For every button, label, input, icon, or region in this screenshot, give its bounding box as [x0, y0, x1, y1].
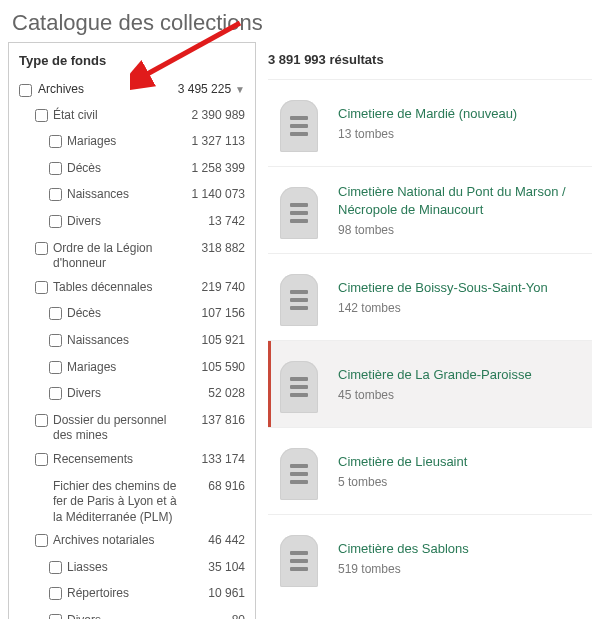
checkbox-archives[interactable] — [19, 84, 32, 97]
filter-row[interactable]: Liasses35 104 — [19, 556, 245, 583]
filter-count: 219 740 — [185, 280, 245, 296]
result-title[interactable]: Cimetière de Lieusaint — [338, 453, 584, 471]
filter-checkbox[interactable] — [49, 361, 62, 374]
filter-label: Fichier des chemins de fer de Paris à Ly… — [53, 479, 185, 526]
filter-count: 52 028 — [185, 386, 245, 402]
result-text: Cimetiere de Mardié (nouveau)13 tombes — [338, 105, 584, 141]
result-row[interactable]: Cimetière de Lieusaint5 tombes — [268, 427, 592, 514]
sidebar-title: Type de fonds — [19, 53, 245, 68]
filter-row[interactable]: Fichier des chemins de fer de Paris à Ly… — [19, 475, 245, 530]
filter-label: Divers — [67, 613, 185, 619]
filter-count: 105 590 — [185, 360, 245, 376]
result-subtitle: 45 tombes — [338, 388, 584, 402]
result-subtitle: 519 tombes — [338, 562, 584, 576]
main-layout: Type de fonds Archives 3 495 225 ▼ État … — [0, 42, 600, 619]
filter-row[interactable]: Dossier du personnel des mines137 816 — [19, 409, 245, 448]
result-row[interactable]: Cimetiere de Mardié (nouveau)13 tombes — [268, 79, 592, 166]
result-row[interactable]: Cimetiere de Boissy-Sous-Saint-Yon142 to… — [268, 253, 592, 340]
filter-label: Tables décennales — [53, 280, 185, 296]
filter-row[interactable]: Ordre de la Légion d'honneur318 882 — [19, 237, 245, 276]
result-text: Cimetière National du Pont du Marson / N… — [338, 183, 584, 236]
filter-label: Décès — [67, 161, 185, 177]
filter-row[interactable]: Archives notariales46 442 — [19, 529, 245, 556]
filter-count: 318 882 — [185, 241, 245, 257]
result-title[interactable]: Cimetiere de Mardié (nouveau) — [338, 105, 584, 123]
filter-checkbox[interactable] — [49, 334, 62, 347]
filter-count: 46 442 — [185, 533, 245, 549]
result-text: Cimetière des Sablons519 tombes — [338, 540, 584, 576]
tombstone-icon — [276, 355, 322, 413]
result-title[interactable]: Cimetière National du Pont du Marson / N… — [338, 183, 584, 218]
result-subtitle: 5 tombes — [338, 475, 584, 489]
filter-row[interactable]: Naissances1 140 073 — [19, 183, 245, 210]
filter-checkbox[interactable] — [35, 414, 48, 427]
filter-label: Archives notariales — [53, 533, 185, 549]
chevron-down-icon[interactable]: ▼ — [235, 83, 245, 96]
filter-checkbox[interactable] — [49, 135, 62, 148]
filter-count: 35 104 — [185, 560, 245, 576]
filter-label: Ordre de la Légion d'honneur — [53, 241, 185, 272]
filter-checkbox[interactable] — [49, 561, 62, 574]
filter-checkbox[interactable] — [49, 614, 62, 619]
filter-row[interactable]: Recensements133 174 — [19, 448, 245, 475]
filter-count: 2 390 989 — [185, 108, 245, 124]
filter-count: 107 156 — [185, 306, 245, 322]
filter-checkbox[interactable] — [35, 534, 48, 547]
results-header: 3 891 993 résultats — [268, 42, 592, 79]
tombstone-icon — [276, 94, 322, 152]
result-title[interactable]: Cimetière des Sablons — [338, 540, 584, 558]
filter-row[interactable]: Décès1 258 399 — [19, 157, 245, 184]
result-text: Cimetière de La Grande-Paroisse45 tombes — [338, 366, 584, 402]
filter-row[interactable]: Divers52 028 — [19, 382, 245, 409]
filter-label: Décès — [67, 306, 185, 322]
filter-label: Mariages — [67, 360, 185, 376]
tombstone-icon — [276, 442, 322, 500]
filter-checkbox[interactable] — [49, 587, 62, 600]
filter-row[interactable]: Divers80 — [19, 609, 245, 619]
filter-checkbox[interactable] — [35, 453, 48, 466]
filter-checkbox[interactable] — [49, 188, 62, 201]
filter-count: 1 327 113 — [185, 134, 245, 150]
filter-row[interactable]: Naissances105 921 — [19, 329, 245, 356]
tombstone-icon — [276, 268, 322, 326]
result-text: Cimetiere de Boissy-Sous-Saint-Yon142 to… — [338, 279, 584, 315]
result-title[interactable]: Cimetière de La Grande-Paroisse — [338, 366, 584, 384]
result-text: Cimetière de Lieusaint5 tombes — [338, 453, 584, 489]
filter-row[interactable]: Mariages1 327 113 — [19, 130, 245, 157]
filter-count: 13 742 — [185, 214, 245, 230]
filter-label: Recensements — [53, 452, 185, 468]
result-row[interactable]: Cimetière des Sablons519 tombes — [268, 514, 592, 601]
filter-row[interactable]: État civil2 390 989 — [19, 104, 245, 131]
result-subtitle: 98 tombes — [338, 223, 584, 237]
filter-row[interactable]: Tables décennales219 740 — [19, 276, 245, 303]
filter-label: Archives — [38, 82, 171, 98]
filter-checkbox[interactable] — [35, 281, 48, 294]
filter-checkbox[interactable] — [49, 215, 62, 228]
filter-row[interactable]: Décès107 156 — [19, 302, 245, 329]
filter-checkbox[interactable] — [35, 109, 48, 122]
filter-label: Divers — [67, 386, 185, 402]
filter-count: 3 495 225 — [171, 82, 231, 98]
result-title[interactable]: Cimetiere de Boissy-Sous-Saint-Yon — [338, 279, 584, 297]
filter-archives[interactable]: Archives 3 495 225 ▼ — [19, 78, 245, 104]
result-row[interactable]: Cimetière de La Grande-Paroisse45 tombes — [268, 340, 592, 427]
filter-count: 10 961 — [185, 586, 245, 602]
filter-count: 137 816 — [185, 413, 245, 429]
results-panel: 3 891 993 résultats Cimetiere de Mardié … — [268, 42, 592, 619]
filter-checkbox[interactable] — [49, 387, 62, 400]
filter-label: Naissances — [67, 333, 185, 349]
result-subtitle: 13 tombes — [338, 127, 584, 141]
filter-count: 105 921 — [185, 333, 245, 349]
filter-row[interactable]: Divers13 742 — [19, 210, 245, 237]
filter-checkbox[interactable] — [49, 162, 62, 175]
filter-label: Naissances — [67, 187, 185, 203]
result-subtitle: 142 tombes — [338, 301, 584, 315]
tombstone-icon — [276, 181, 322, 239]
filter-row[interactable]: Répertoires10 961 — [19, 582, 245, 609]
filter-checkbox[interactable] — [35, 242, 48, 255]
filter-count: 1 258 399 — [185, 161, 245, 177]
filter-row[interactable]: Mariages105 590 — [19, 356, 245, 383]
filter-checkbox[interactable] — [49, 307, 62, 320]
filter-count: 133 174 — [185, 452, 245, 468]
result-row[interactable]: Cimetière National du Pont du Marson / N… — [268, 166, 592, 253]
